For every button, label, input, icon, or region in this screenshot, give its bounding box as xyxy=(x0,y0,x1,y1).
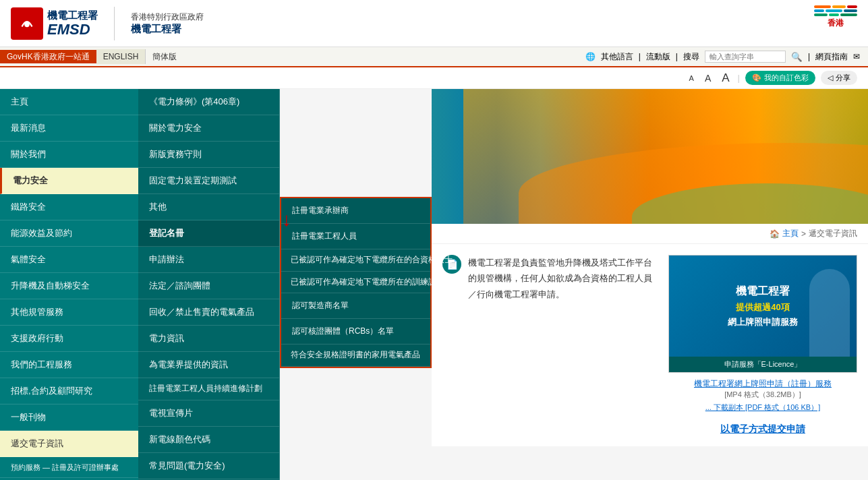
font-size-small[interactable]: A xyxy=(687,73,697,84)
submenu2-faq[interactable]: 常見問題(電力安全) xyxy=(138,453,279,479)
video-link[interactable]: 機電工程署網上牌照申請（註冊）服務 xyxy=(668,378,857,390)
globe-icon: 🌐 xyxy=(585,52,596,61)
sidebar-item-electrical-safety[interactable]: 電力安全 xyxy=(0,168,138,194)
sidebar-menu-wrapper: 主頁 最新消息 關於我們 電力安全 鐵路安全 能源效益及節約 氣體安全 升降機及… xyxy=(0,89,432,480)
submenu2-legal-bodies[interactable]: 法定／諮詢團體 xyxy=(138,273,279,299)
submenu2-tv-ads[interactable]: 電視宣傳片 xyxy=(138,400,279,427)
submenu3-reg-contractor[interactable]: 註冊電業承辦商 xyxy=(281,198,430,224)
page-right-col: 機電工程署 提供超過40項 網上牌照申請服務 申請服務「E-Licence」 機… xyxy=(668,255,857,436)
govhk-link[interactable]: GovHK香港政府一站通 xyxy=(0,50,96,63)
breadcrumb-home-icon: 🏠 xyxy=(770,229,780,239)
share-btn[interactable]: ◁ 分享 xyxy=(821,71,857,85)
svg-point-1 xyxy=(24,22,30,27)
banner xyxy=(432,89,868,224)
man-silhouette xyxy=(809,269,850,357)
divider-access: | xyxy=(738,73,740,83)
nav-right-tools: 🌐 其他語言 | 流動版 | 搜尋 🔍 | 網頁指南 ✉ xyxy=(585,51,868,63)
submenu2-about-es[interactable]: 關於電力安全 xyxy=(138,115,279,142)
nav-bar: GovHK香港政府一站通 ENGLISH 簡体版 🌐 其他語言 | 流動版 | … xyxy=(0,47,868,67)
main-layout: 主頁 最新消息 關於我們 電力安全 鐵路安全 能源效益及節約 氣體安全 升降機及… xyxy=(0,89,868,480)
sidebar-item-news[interactable]: 最新消息 xyxy=(0,115,138,142)
service-subtitle: 提供超過40項 xyxy=(736,301,789,313)
submenu2-new-code[interactable]: 新版實務守則 xyxy=(138,142,279,168)
breadcrumb-separator: > xyxy=(801,229,806,239)
divider1: | xyxy=(639,52,641,61)
sidebar-item-gas[interactable]: 氣體安全 xyxy=(0,247,138,273)
submenu-level2: 《電力條例》(第406章) 關於電力安全 新版實務守則 固定電力裝置定期測試 其… xyxy=(138,89,280,480)
submenu2-registration[interactable]: 登記名冊 xyxy=(138,220,279,247)
sidebar-item-home[interactable]: 主頁 xyxy=(0,89,138,115)
sidebar-item-procurement[interactable]: 招標,合約及顧問研究 xyxy=(0,378,138,404)
submenu2-application[interactable]: 申請辦法 xyxy=(138,247,279,273)
emsd-name-en: EMSD xyxy=(47,22,98,37)
english-link[interactable]: ENGLISH xyxy=(96,49,146,64)
service-img-text: 機電工程署 xyxy=(736,284,790,299)
sidebar-item-publications[interactable]: 一般刊物 xyxy=(0,404,138,431)
sidebar-item-energy[interactable]: 能源效益及節約 xyxy=(0,220,138,247)
submenu-level3: 註冊電業承辦商 註冊電業工程人員 已被認可作為確定地下電纜所在的合資格人士 已被… xyxy=(280,197,432,368)
submenu2-other[interactable]: 其他 xyxy=(138,194,279,220)
sidebar-item-eng-services[interactable]: 我們的工程服務 xyxy=(0,352,138,378)
font-size-big[interactable]: A xyxy=(719,70,732,86)
submenu3-training-underground[interactable]: 已被認可作為確定地下電纜所在的訓練課程 xyxy=(281,272,430,294)
guide-btn[interactable]: 網頁指南 xyxy=(815,51,848,63)
video-format: [MP4 格式（38.2MB）] xyxy=(668,390,857,400)
service-label: 網上牌照申請服務 xyxy=(728,316,798,328)
page-title-row: 📄 機電工程署是負責監管地升降機及塔式工作平台的規管機構，任何人如欲成為合資格的… xyxy=(442,255,658,302)
content-area: 🏠 主頁 > 遞交電子資訊 📄 機電工程署是負責監管地升降機及塔式工作平台的規管… xyxy=(432,89,868,480)
search-button[interactable]: 🔍 xyxy=(791,52,803,62)
submenu2-periodic-test[interactable]: 固定電力裝置定期測試 xyxy=(138,168,279,194)
sidebar-item-e-submission[interactable]: 遞交電子資訊 xyxy=(0,431,138,457)
breadcrumb: 🏠 主頁 > 遞交電子資訊 xyxy=(432,224,868,244)
color-icon: 🎨 xyxy=(752,73,761,82)
other-lang-btn[interactable]: 其他語言 xyxy=(601,51,633,63)
sidebar-item-booking[interactable]: 預約服務 — 註冊及許可證辦事處 xyxy=(0,457,138,478)
page-main-col: 📄 機電工程署是負責監管地升降機及塔式工作平台的規管機構，任何人如欲成為合資格的… xyxy=(442,255,658,436)
search-label: 搜尋 xyxy=(683,51,699,63)
top-header: 機電工程署 EMSD 香港特別行政區政府 機電工程署 xyxy=(0,0,868,47)
divider3: | xyxy=(808,52,810,61)
sidebar-item-road-safety[interactable]: 鐵路安全 xyxy=(0,194,138,220)
sidebar-item-about[interactable]: 關於我們 xyxy=(0,142,138,168)
service-apply-label: 申請服務「E-Licence」 xyxy=(669,357,857,372)
red-arrow-indicator: ↓ xyxy=(282,209,291,231)
submenu3-qualified-underground[interactable]: 已被認可作為確定地下電纜所在的合資格人士 xyxy=(281,249,430,272)
color-btn[interactable]: 🎨 我的自訂色彩 xyxy=(745,71,815,85)
breadcrumb-current: 遞交電子資訊 xyxy=(809,228,857,239)
submenu3-reg-worker[interactable]: 註冊電業工程人員 xyxy=(281,224,430,249)
divider2: | xyxy=(676,52,678,61)
sidebar-item-support-gov[interactable]: 支援政府行動 xyxy=(0,326,138,352)
sidebar-item-regulatory[interactable]: 其他規管服務 xyxy=(0,299,138,326)
submenu2-industry-info[interactable]: 為電業界提供的資訊 xyxy=(138,352,279,378)
page-body-text: 機電工程署是負責監管地升降機及塔式工作平台的規管機構，任何人如欲成為合資格的工程… xyxy=(468,255,658,302)
pdf-link[interactable]: ... 下載副本 [PDF 格式（106 KB）] xyxy=(668,402,857,413)
submenu3-approved-manufacturer[interactable]: 認可製造商名單 xyxy=(281,293,430,319)
service-image-inner: 機電工程署 提供超過40項 網上牌照申請服務 xyxy=(669,256,857,357)
service-links: 機電工程署網上牌照申請（註冊）服務 [MP4 格式（38.2MB）] ... 下… xyxy=(668,378,857,413)
simplified-link[interactable]: 簡体版 xyxy=(146,49,183,65)
submenu2-electrical-info[interactable]: 電力資訊 xyxy=(138,326,279,352)
page-content: 📄 機電工程署是負責監管地升降機及塔式工作平台的規管機構，任何人如欲成為合資格的… xyxy=(432,244,868,446)
access-bar: A A A | 🎨 我的自訂色彩 ◁ 分享 xyxy=(0,67,868,89)
search-input[interactable] xyxy=(705,51,786,63)
top-right: 香港 xyxy=(814,5,857,29)
submenu2-cpd[interactable]: 註冊電業工程人員持續進修計劃 xyxy=(138,378,279,400)
logo-area: 機電工程署 EMSD 香港特別行政區政府 機電工程署 xyxy=(11,7,204,40)
submit-link-wrapper: 以電子方式提交申請 xyxy=(668,423,857,436)
breadcrumb-home[interactable]: 主頁 xyxy=(782,228,799,239)
share-icon: ◁ xyxy=(828,73,833,82)
mobile-btn[interactable]: 流動版 xyxy=(646,51,670,63)
sidebar-item-lifts[interactable]: 升降機及自動梯安全 xyxy=(0,273,138,299)
email-icon[interactable]: ✉ xyxy=(853,52,860,61)
emsd-logo: 機電工程署 EMSD xyxy=(11,7,98,40)
submenu3-safety-cert[interactable]: 符合安全規格證明書的家用電氣產品 xyxy=(281,344,430,367)
font-size-mid[interactable]: A xyxy=(702,71,714,85)
submenu2-wire-color[interactable]: 新電線顏色代碼 xyxy=(138,427,279,453)
submenu2-ordinance[interactable]: 《電力條例》(第406章) xyxy=(138,89,279,115)
submenu3-rcb[interactable]: 認可核證團體（RCBs）名單 xyxy=(281,319,430,344)
submenu2-recycle[interactable]: 回收／禁止售賣的電氣產品 xyxy=(138,299,279,326)
emsd-emblem xyxy=(11,7,43,40)
hkgov-text: 香港特別行政區政府 機電工程署 xyxy=(131,11,204,36)
sidebar: 主頁 最新消息 關於我們 電力安全 鐵路安全 能源效益及節約 氣體安全 升降機及… xyxy=(0,89,138,480)
submit-link[interactable]: 以電子方式提交申請 xyxy=(720,423,805,434)
